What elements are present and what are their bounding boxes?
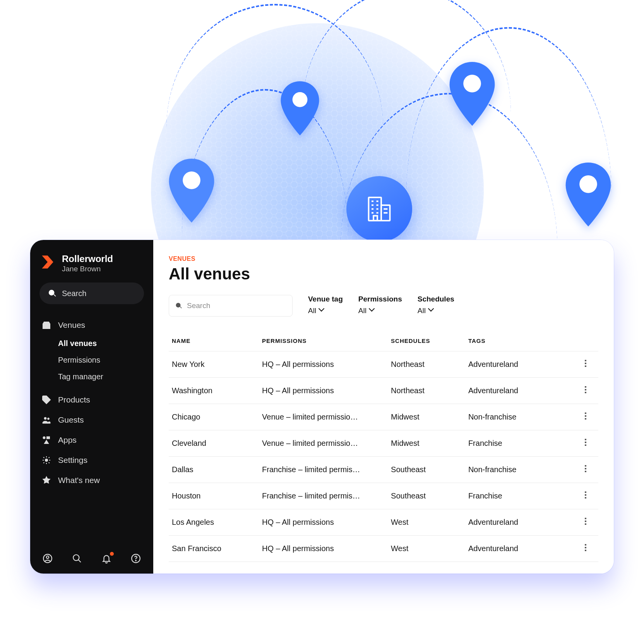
more-icon bbox=[584, 517, 587, 526]
cell-tags: Non-franchise bbox=[465, 457, 573, 483]
row-actions[interactable] bbox=[572, 536, 598, 562]
table-row[interactable]: ClevelandVenue – limited permissio…Midwe… bbox=[169, 430, 598, 457]
cell-permissions: HQ – All permissions bbox=[259, 509, 388, 536]
account-button[interactable] bbox=[42, 553, 53, 564]
nav-apps[interactable]: Apps bbox=[39, 430, 144, 450]
more-icon bbox=[584, 543, 587, 552]
svg-rect-16 bbox=[373, 216, 377, 221]
svg-rect-24 bbox=[47, 437, 50, 439]
svg-point-20 bbox=[44, 397, 45, 399]
cell-schedules: West bbox=[388, 509, 465, 536]
row-actions[interactable] bbox=[572, 483, 598, 509]
table-search[interactable]: Search bbox=[169, 295, 293, 317]
more-icon bbox=[584, 491, 587, 499]
cell-schedules: Midwest bbox=[388, 430, 465, 457]
search-icon bbox=[175, 302, 182, 309]
filter-permissions[interactable]: Permissions All bbox=[358, 295, 402, 315]
nav-guests-label: Guests bbox=[58, 415, 84, 425]
nav-permissions[interactable]: Permissions bbox=[56, 352, 144, 368]
row-actions[interactable] bbox=[572, 404, 598, 430]
svg-point-3 bbox=[579, 175, 597, 193]
cell-name: Los Angeles bbox=[169, 509, 259, 536]
more-icon bbox=[584, 359, 587, 368]
filters-row: Search Venue tag All Permissions All Sch… bbox=[169, 295, 598, 317]
table-search-placeholder: Search bbox=[187, 301, 210, 310]
nav-tag-manager[interactable]: Tag manager bbox=[56, 368, 144, 385]
col-schedules[interactable]: SCHEDULES bbox=[388, 331, 465, 351]
cell-schedules: Northeast bbox=[388, 378, 465, 404]
sidebar-search-placeholder: Search bbox=[62, 289, 86, 298]
table-row[interactable]: San FranciscoHQ – All permissionsWestAdv… bbox=[169, 536, 598, 562]
cell-permissions: Franchise – limited permis… bbox=[259, 483, 388, 509]
col-name[interactable]: NAME bbox=[169, 331, 259, 351]
chevron-down-icon bbox=[429, 308, 434, 313]
nav-products[interactable]: Products bbox=[39, 390, 144, 410]
more-icon bbox=[584, 412, 587, 420]
map-pin-icon bbox=[563, 163, 613, 226]
table-row[interactable]: ChicagoVenue – limited permissio…Midwest… bbox=[169, 404, 598, 430]
cell-permissions: HQ – All permissions bbox=[259, 378, 388, 404]
search-button[interactable] bbox=[71, 553, 83, 564]
nav-venues[interactable]: Venues bbox=[39, 315, 144, 335]
brand-logo-icon bbox=[39, 254, 56, 270]
col-tags[interactable]: TAGS bbox=[465, 331, 573, 351]
cell-tags: Adventureland bbox=[465, 536, 573, 562]
cell-permissions: Venue – limited permissio… bbox=[259, 430, 388, 457]
svg-point-23 bbox=[43, 437, 45, 439]
row-actions[interactable] bbox=[572, 378, 598, 404]
table-row[interactable]: Los AngelesHQ – All permissionsWestAdven… bbox=[169, 509, 598, 536]
row-actions[interactable] bbox=[572, 457, 598, 483]
nav-settings[interactable]: Settings bbox=[39, 450, 144, 470]
svg-point-28 bbox=[46, 556, 49, 559]
svg-rect-4 bbox=[369, 197, 382, 221]
table-row[interactable]: DallasFranchise – limited permis…Southea… bbox=[169, 457, 598, 483]
more-icon bbox=[584, 464, 587, 473]
svg-point-2 bbox=[463, 75, 481, 92]
nav-all-venues[interactable]: All venues bbox=[56, 335, 144, 352]
table-row[interactable]: WashingtonHQ – All permissionsNortheastA… bbox=[169, 378, 598, 404]
tag-icon bbox=[42, 395, 51, 404]
notifications-button[interactable] bbox=[101, 553, 112, 564]
search-icon bbox=[48, 289, 57, 298]
row-actions[interactable] bbox=[572, 351, 598, 378]
table-row[interactable]: HoustonFranchise – limited permis…Southe… bbox=[169, 483, 598, 509]
table-row[interactable]: New YorkHQ – All permissionsNortheastAdv… bbox=[169, 351, 598, 378]
cell-permissions: HQ – All permissions bbox=[259, 536, 388, 562]
row-actions[interactable] bbox=[572, 509, 598, 536]
svg-rect-17 bbox=[43, 324, 50, 329]
cell-schedules: West bbox=[388, 536, 465, 562]
nav-settings-label: Settings bbox=[58, 456, 87, 465]
filter-schedules[interactable]: Schedules All bbox=[418, 295, 454, 315]
brand-user: Jane Brown bbox=[62, 265, 113, 273]
svg-point-22 bbox=[48, 418, 50, 420]
cell-name: Cleveland bbox=[169, 430, 259, 457]
nav-guests[interactable]: Guests bbox=[39, 410, 144, 430]
sidebar-search[interactable]: Search bbox=[39, 283, 144, 304]
help-button[interactable] bbox=[130, 553, 142, 564]
col-permissions[interactable]: PERMISSIONS bbox=[259, 331, 388, 351]
cell-name: New York bbox=[169, 351, 259, 378]
more-icon bbox=[584, 385, 587, 394]
nav-apps-label: Apps bbox=[58, 435, 77, 445]
svg-marker-25 bbox=[45, 440, 48, 444]
search-icon bbox=[72, 553, 82, 564]
brand-block: Rollerworld Jane Brown bbox=[39, 254, 144, 273]
cell-name: San Francisco bbox=[169, 536, 259, 562]
nav-venues-label: Venues bbox=[58, 320, 85, 330]
cell-name: Washington bbox=[169, 378, 259, 404]
cell-tags: Franchise bbox=[465, 483, 573, 509]
apps-icon bbox=[42, 435, 51, 445]
breadcrumb: VENUES bbox=[169, 255, 598, 262]
more-icon bbox=[584, 438, 587, 447]
venues-icon bbox=[42, 320, 51, 330]
page-title: All venues bbox=[169, 265, 598, 283]
nav-whats-new[interactable]: What's new bbox=[39, 470, 144, 490]
cell-schedules: Southeast bbox=[388, 457, 465, 483]
filter-venue-tag[interactable]: Venue tag All bbox=[308, 295, 343, 315]
cell-tags: Adventureland bbox=[465, 509, 573, 536]
nav-products-label: Products bbox=[58, 395, 90, 404]
sidebar-nav: Venues All venues Permissions Tag manage… bbox=[39, 315, 144, 550]
row-actions[interactable] bbox=[572, 430, 598, 457]
venues-table: NAME PERMISSIONS SCHEDULES TAGS New York… bbox=[169, 331, 598, 562]
cell-permissions: Venue – limited permissio… bbox=[259, 404, 388, 430]
